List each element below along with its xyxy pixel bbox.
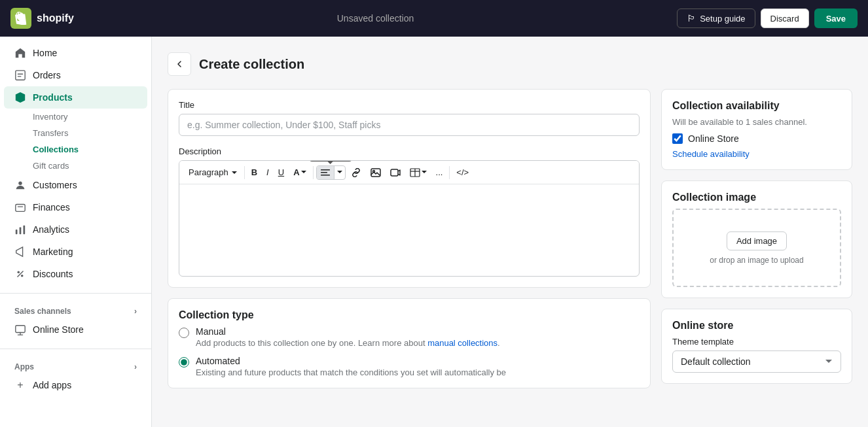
home-icon xyxy=(14,47,26,59)
toolbar-divider-3 xyxy=(449,166,450,179)
manual-label: Manual xyxy=(196,326,500,337)
title-input[interactable] xyxy=(179,114,640,136)
sidebar-item-finances[interactable]: Finances xyxy=(4,196,147,218)
alignment-wrapper: Alignment xyxy=(316,165,346,180)
automated-radio[interactable] xyxy=(179,357,189,367)
more-button[interactable]: ... xyxy=(432,165,447,180)
save-button[interactable]: Save xyxy=(814,9,858,28)
align-left-icon xyxy=(321,169,330,177)
availability-item-online-store: Online Store xyxy=(672,133,841,144)
radio-group: Manual Add products to this collection o… xyxy=(179,326,640,377)
description-label: Description xyxy=(179,146,640,156)
automated-desc: Existing and future products that match … xyxy=(196,367,506,377)
toolbar-divider-2 xyxy=(313,166,314,179)
rich-content-area[interactable] xyxy=(179,184,639,276)
sidebar-item-orders[interactable]: Orders xyxy=(4,64,147,86)
add-image-button[interactable]: Add image xyxy=(727,231,787,250)
online-store-card: Online store Theme template Default coll… xyxy=(661,309,852,384)
setup-guide-button[interactable]: 🏳 Setup guide xyxy=(677,9,755,28)
sidebar-sub-transfers[interactable]: Transfers xyxy=(33,125,147,141)
finances-icon xyxy=(14,201,26,213)
upload-hint: or drop an image to upload xyxy=(710,256,803,265)
sidebar-products-sub: Inventory Transfers Collections Gift car… xyxy=(0,109,151,174)
svg-rect-9 xyxy=(16,326,25,333)
sidebar-item-add-apps[interactable]: + Add apps xyxy=(4,374,147,396)
sidebar-sub-inventory[interactable]: Inventory xyxy=(33,109,147,125)
rich-text-editor: Paragraph B I U A xyxy=(179,160,640,277)
schedule-availability-link[interactable]: Schedule availability xyxy=(672,149,841,159)
toolbar-divider-1 xyxy=(244,166,245,179)
alignment-group xyxy=(316,165,346,180)
content-side: Collection availability Will be availabl… xyxy=(661,89,852,384)
automated-option-content: Automated Existing and future products t… xyxy=(196,356,506,377)
sidebar-item-analytics[interactable]: Analytics xyxy=(4,218,147,241)
svg-rect-11 xyxy=(321,172,327,173)
bold-button[interactable]: B xyxy=(247,165,261,180)
sidebar-item-online-store[interactable]: Online Store xyxy=(4,318,147,341)
text-color-button[interactable]: A xyxy=(289,165,310,180)
alignment-dropdown-icon xyxy=(337,171,342,174)
image-upload-area[interactable]: Add image or drop an image to upload xyxy=(672,209,841,287)
analytics-icon xyxy=(14,224,26,235)
text-color-icon: A xyxy=(293,167,299,177)
tooltip-arrow xyxy=(328,162,333,167)
align-left-button[interactable] xyxy=(317,166,334,179)
sidebar-main-nav: Home Orders Products Inventory Transfers… xyxy=(0,37,151,290)
online-store-card-title: Online store xyxy=(672,320,841,332)
sidebar-item-discounts[interactable]: Discounts xyxy=(4,263,147,285)
svg-point-6 xyxy=(18,271,20,274)
theme-template-select[interactable]: Default collection Collection Frontpage xyxy=(672,350,841,373)
image-button[interactable] xyxy=(367,165,385,180)
sidebar-item-products[interactable]: Products xyxy=(4,86,147,109)
discounts-icon xyxy=(14,268,26,280)
sidebar-sub-collections[interactable]: Collections xyxy=(33,141,147,158)
link-icon xyxy=(351,168,361,177)
automated-option: Automated Existing and future products t… xyxy=(179,356,640,377)
apps-expand-icon: › xyxy=(134,362,137,371)
app-body: Home Orders Products Inventory Transfers… xyxy=(0,37,868,427)
products-icon xyxy=(14,92,26,103)
title-description-card: Title Description Paragraph xyxy=(168,89,651,288)
link-button[interactable] xyxy=(347,165,365,180)
alignment-dropdown-button[interactable] xyxy=(334,166,345,179)
sidebar-item-marketing[interactable]: Marketing xyxy=(4,241,147,263)
sidebar-sub-gift-cards[interactable]: Gift cards xyxy=(33,158,147,174)
code-button[interactable]: </> xyxy=(452,165,473,180)
sidebar: Home Orders Products Inventory Transfers… xyxy=(0,37,152,427)
sidebar-sales-channels: Sales channels › Online Store xyxy=(0,296,151,346)
image-title: Collection image xyxy=(672,192,841,203)
online-store-checkbox[interactable] xyxy=(672,133,683,144)
underline-button[interactable]: U xyxy=(274,165,288,180)
availability-title: Collection availability xyxy=(672,100,841,112)
manual-collections-link[interactable]: manual collections xyxy=(427,338,497,348)
text-color-dropdown-icon xyxy=(301,171,306,174)
paragraph-select[interactable]: Paragraph xyxy=(185,165,242,179)
manual-option: Manual Add products to this collection o… xyxy=(179,326,640,348)
svg-rect-4 xyxy=(20,227,22,234)
video-icon xyxy=(390,168,401,177)
back-button[interactable] xyxy=(168,52,191,76)
topbar-actions: 🏳 Setup guide Discard Save xyxy=(677,9,858,28)
sales-channels-label: Sales channels › xyxy=(0,301,151,318)
sidebar-item-customers[interactable]: Customers xyxy=(4,174,147,196)
svg-rect-2 xyxy=(16,205,25,212)
table-icon xyxy=(410,168,420,177)
sidebar-item-home[interactable]: Home xyxy=(4,42,147,64)
table-button[interactable] xyxy=(406,165,431,180)
svg-rect-5 xyxy=(24,226,26,235)
page-title: Create collection xyxy=(199,57,304,72)
italic-button[interactable]: I xyxy=(262,165,273,180)
manual-radio[interactable] xyxy=(179,328,189,338)
content-main: Title Description Paragraph xyxy=(168,89,651,388)
alignment-tooltip-label: Alignment xyxy=(310,160,352,162)
svg-rect-15 xyxy=(391,169,398,176)
manual-option-content: Manual Add products to this collection o… xyxy=(196,326,500,348)
availability-desc: Will be available to 1 sales channel. xyxy=(672,117,841,127)
sidebar-apps-section: Apps › + Add apps xyxy=(0,352,151,401)
discard-button[interactable]: Discard xyxy=(761,9,809,28)
image-icon xyxy=(371,168,381,177)
video-button[interactable] xyxy=(386,165,405,180)
svg-rect-12 xyxy=(321,175,330,176)
paragraph-dropdown-icon xyxy=(231,171,238,175)
main-content: Create collection Title Description xyxy=(152,37,868,427)
